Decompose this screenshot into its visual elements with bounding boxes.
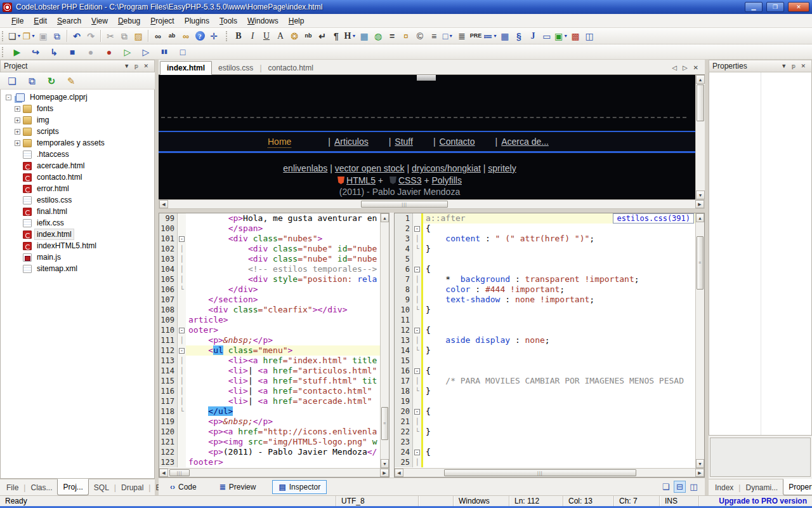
code-line[interactable]: 113│ <li><a href="index.html" title	[159, 356, 380, 366]
pause-button[interactable]: ▮▮	[157, 45, 171, 58]
editor-left-code[interactable]: 99 <p>Hola, me gusta aventurar en100 </s…	[159, 213, 380, 468]
fold-toggle-icon[interactable]: -	[413, 366, 421, 376]
preview-horizontal-scrollbar[interactable]: ◀ ||| ▶	[159, 199, 705, 209]
panel-tab-proj[interactable]: Proj...	[57, 479, 88, 495]
open-file-dropdown-icon[interactable]: ▼	[31, 34, 36, 38]
fold-toggle-icon[interactable]: -	[413, 325, 421, 335]
code-line[interactable]: 3│ content : " (" attr(href) ")";	[395, 234, 695, 244]
save-all-button[interactable]: ⧉	[50, 29, 64, 43]
copyright-symbol-button[interactable]: ©	[413, 29, 427, 43]
step-into-button[interactable]: ↳	[47, 45, 61, 58]
preview-nav-acerca-de[interactable]: |Acerca de...	[495, 137, 549, 147]
expand-icon[interactable]: +	[15, 106, 20, 112]
properties-tab-dynami[interactable]: Dynami...	[740, 479, 783, 495]
status-upgrade-link[interactable]: Upgrade to PRO version	[699, 496, 812, 506]
special-character-button[interactable]: ¤	[399, 29, 413, 43]
code-line[interactable]: 21│	[395, 417, 695, 427]
tree-item-temporales-y-assets[interactable]: +temporales y assets	[1, 137, 154, 149]
toolbar-grip[interactable]	[2, 31, 5, 41]
project-properties-button[interactable]: ✎	[64, 74, 78, 88]
pause-gray-button[interactable]: ●	[84, 45, 98, 58]
find-in-files-button[interactable]: ∞	[179, 29, 193, 43]
scroll-left-icon[interactable]: ◀	[159, 469, 168, 477]
toolbar-grip[interactable]	[2, 47, 5, 57]
code-line[interactable]: 105│ <div style="position: rela	[159, 274, 380, 284]
code-line[interactable]: 14└}	[395, 345, 695, 356]
code-line[interactable]: 22└}	[395, 427, 695, 437]
menu-help[interactable]: Help	[284, 15, 310, 27]
code-line[interactable]: 114│ <li>| <a href="articulos.html"	[159, 366, 380, 376]
code-line[interactable]: 106└ </div>	[159, 284, 380, 295]
expand-window-button[interactable]: ✛	[207, 29, 221, 43]
div-block-button[interactable]: □▼	[441, 29, 455, 43]
properties-tab-properties[interactable]: Properties	[783, 479, 812, 495]
expand-icon[interactable]: +	[15, 117, 20, 123]
project-copy-button[interactable]: ⧉	[25, 74, 39, 88]
scrollbar-thumb[interactable]: |||	[361, 201, 448, 208]
new-file-dropdown-icon[interactable]: ▼	[17, 34, 22, 38]
credit-link-enlivenlabs[interactable]: enlivenlabs	[283, 163, 327, 173]
code-line[interactable]: 20-{	[395, 406, 695, 417]
code-line[interactable]: 13│ aside display : none;	[395, 335, 695, 345]
heading-dropdown-icon[interactable]: ▼	[351, 34, 356, 38]
code-line[interactable]: 25│	[395, 457, 695, 467]
code-line[interactable]: 23	[395, 437, 695, 447]
new-file-button[interactable]: ❏▼	[8, 29, 22, 43]
table-button[interactable]: ▦	[498, 29, 512, 43]
heading-button[interactable]: H▼	[343, 29, 357, 43]
preview-vertical-scrollbar[interactable]: ▲ ▼	[695, 75, 705, 199]
toolbar-grip[interactable]	[226, 31, 229, 41]
code-line[interactable]: 110-ooter>	[159, 325, 380, 335]
split-vertical-button[interactable]: ◫	[688, 481, 700, 493]
tree-item-scripts[interactable]: +scripts	[1, 126, 154, 137]
code-line[interactable]: 111│ <p>&nbsp;</p>	[159, 335, 380, 345]
properties-grid[interactable]	[709, 72, 812, 436]
div-block-dropdown-icon[interactable]: ▼	[449, 34, 453, 38]
code-line[interactable]: 12-{	[395, 325, 695, 335]
code-line[interactable]: 120 <p><a href="http://icons.enlivenla	[159, 427, 380, 437]
scroll-right-icon[interactable]: ▶	[380, 469, 389, 477]
scroll-up-icon[interactable]: ▲	[381, 213, 389, 222]
inspector-view-button[interactable]: ▤Inspector	[272, 480, 327, 494]
close-button[interactable]: ✕	[788, 2, 809, 12]
single-view-button[interactable]: ❏	[660, 481, 672, 493]
code-line[interactable]: 123footer>	[159, 457, 380, 467]
fold-toggle-icon[interactable]: -	[413, 224, 421, 234]
code-line[interactable]: 121 <p><img src="img/HTML5-logo.png" w	[159, 437, 380, 447]
anchor-button[interactable]: ◍	[371, 29, 385, 43]
scrollbar-thumb[interactable]: |||	[444, 469, 636, 476]
tree-item-iefix-css[interactable]: iefix.css	[1, 217, 154, 229]
tree-item-main-js[interactable]: main.js	[1, 251, 154, 263]
menu-search[interactable]: Search	[52, 15, 86, 27]
javascript-button[interactable]: J	[526, 29, 540, 43]
code-line[interactable]: 102│ <div class="nube" id="nube	[159, 244, 380, 254]
scroll-down-icon[interactable]: ▼	[696, 190, 705, 199]
preview-view-button[interactable]: ≣Preview	[213, 480, 263, 494]
code-line[interactable]: 19	[395, 396, 695, 406]
scroll-up-icon[interactable]: ▲	[696, 213, 704, 222]
project-refresh-button[interactable]: ↻	[44, 74, 58, 88]
restore-button[interactable]: ❐	[766, 2, 784, 12]
preview-nav-contacto[interactable]: |Contacto	[433, 137, 475, 147]
menu-view[interactable]: View	[86, 15, 113, 27]
code-line[interactable]: 116│ <li>| <a href="contacto.html"	[159, 386, 380, 396]
menu-project[interactable]: Project	[145, 15, 179, 27]
panel-close-icon[interactable]: ✕	[798, 63, 808, 69]
menu-edit[interactable]: Edit	[29, 15, 52, 27]
code-line[interactable]: 5	[395, 254, 695, 264]
menu-file[interactable]: File	[6, 15, 29, 27]
tab-index-html[interactable]: index.html	[160, 61, 212, 75]
tech-link-css3[interactable]: CSS3	[398, 175, 422, 185]
insert-object-button[interactable]: ▣▼	[554, 29, 568, 43]
paste-button[interactable]: ▨	[131, 29, 145, 43]
code-line[interactable]: 118└ </ul>	[159, 406, 380, 417]
scrollbar-thumb[interactable]: |||	[169, 469, 190, 476]
help-button[interactable]: ?	[193, 29, 207, 43]
scrollbar-thumb[interactable]: ≡	[697, 236, 704, 290]
replace-button[interactable]: ab	[165, 29, 179, 43]
scroll-left-icon[interactable]: ◀	[395, 469, 403, 477]
continue-button[interactable]: ▷	[139, 45, 153, 58]
editor-left-vertical-scrollbar[interactable]: ▲ ≡ ▼	[380, 213, 389, 468]
code-line[interactable]: 100 </span>	[159, 224, 380, 234]
frameset-button[interactable]: ◫	[582, 29, 596, 43]
